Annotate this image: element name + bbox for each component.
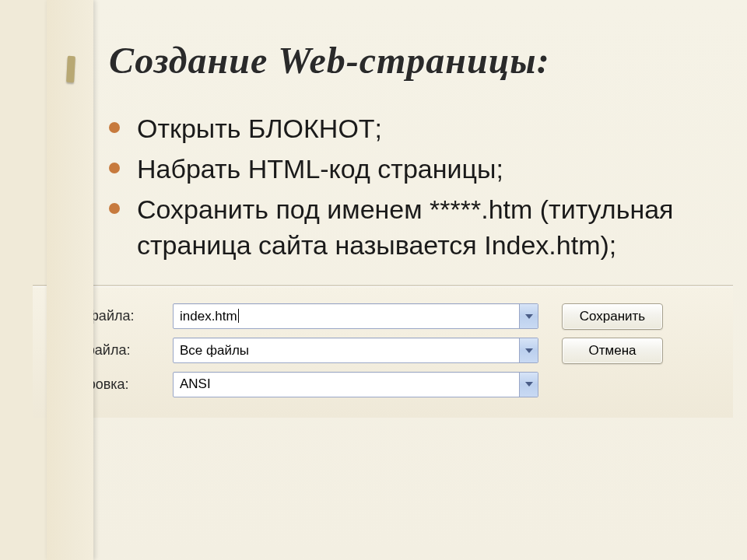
encoding-value: ANSI [180,376,519,392]
page-title: Создание Web-страницы: [109,39,724,82]
encoding-row: Кодировка: ANSI [56,372,717,397]
bullet-item: Набрать HTML-код страницы; [109,152,724,187]
bullet-text: Открыть БЛОКНОТ; [137,114,382,143]
bullet-item: Сохранить под именем *****.htm (титульна… [109,192,724,264]
encoding-select[interactable]: ANSI [173,372,538,397]
encoding-dropdown-button[interactable] [519,373,538,397]
bullet-text: Сохранить под именем *****.htm (титульна… [137,194,674,260]
filename-input[interactable]: index.htm [173,303,538,329]
slide: Создание Web-страницы: Открыть БЛОКНОТ; … [0,0,747,560]
filetype-row: Тип файла: Все файлы Отмена [56,338,717,364]
filetype-dropdown-button[interactable] [519,338,538,362]
chevron-down-icon [525,382,533,387]
bullet-item: Открыть БЛОКНОТ; [109,111,724,147]
cancel-button[interactable]: Отмена [562,338,663,364]
bullet-list: Открыть БЛОКНОТ; Набрать HTML-код страни… [109,111,724,264]
encoding-label: Кодировка: [56,376,173,393]
filetype-value: Все файлы [180,343,519,359]
filename-value: index.htm [180,309,519,324]
save-button[interactable]: Сохранить [562,303,663,330]
filename-row: Имя файла: index.htm Сохранить [56,303,717,330]
filetype-select[interactable]: Все файлы [173,338,538,363]
filename-label: Имя файла: [56,308,173,324]
save-dialog-panel: Имя файла: index.htm Сохранить Тип файла… [33,285,733,418]
bullet-text: Набрать HTML-код страницы; [137,154,503,184]
filename-dropdown-button[interactable] [519,304,538,328]
chevron-down-icon [525,314,533,319]
bullet-dot-icon [109,163,120,173]
chevron-down-icon [525,348,533,353]
bullet-dot-icon [109,122,120,133]
filetype-label: Тип файла: [56,342,173,359]
bullet-dot-icon [109,203,120,214]
